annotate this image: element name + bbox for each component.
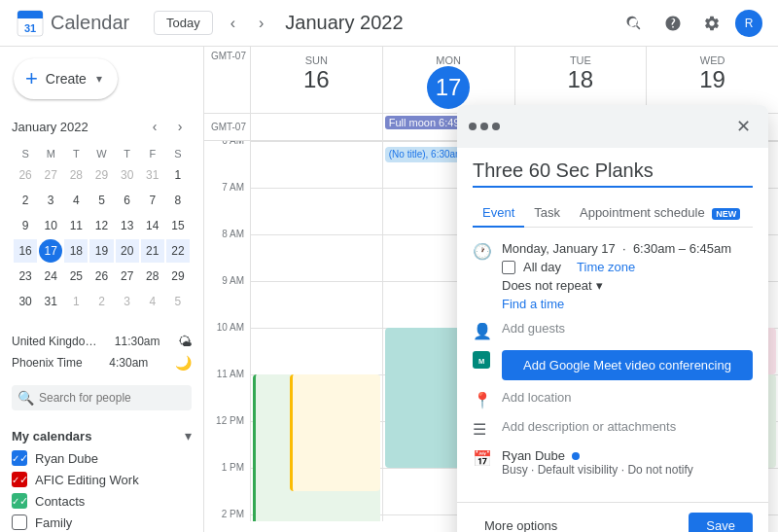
add-guests-placeholder[interactable]: Add guests	[502, 321, 753, 336]
cal-checkbox-1[interactable]: ✓	[12, 472, 27, 487]
mini-cal-day-1-6[interactable]: 8	[166, 189, 190, 212]
mini-cal-day-4-4[interactable]: 27	[116, 265, 139, 288]
cal-label-2: Contacts	[35, 494, 85, 509]
mini-cal-day-0-3[interactable]: 29	[89, 163, 113, 187]
mini-cal-day-1-2[interactable]: 4	[64, 189, 88, 212]
timezone-phoenix: Phoenix Time 4:30am 🌙	[12, 352, 192, 373]
popup-description-content: Add description or attachments	[502, 419, 753, 434]
mini-cal-grid: S M T W T F S 26272829303112345678910111…	[12, 144, 192, 315]
mini-cal-day-3-2[interactable]: 18	[64, 239, 88, 263]
help-button[interactable]	[657, 8, 689, 39]
mini-cal-day-5-6[interactable]: 5	[166, 290, 190, 313]
mini-cal-day-5-1[interactable]: 31	[39, 290, 62, 313]
mini-cal-next[interactable]: ›	[168, 115, 192, 138]
next-button[interactable]: ›	[253, 11, 269, 36]
mini-cal-day-0-0[interactable]: 26	[14, 163, 37, 187]
mini-cal-day-4-0[interactable]: 23	[14, 265, 37, 288]
event-title-input[interactable]	[473, 160, 753, 188]
mini-cal-day-0-6[interactable]: 1	[166, 163, 190, 187]
mini-cal-day-2-1[interactable]: 10	[39, 214, 62, 237]
repeat-chevron-icon: ▾	[596, 278, 603, 293]
my-calendars-header[interactable]: My calendars ▾	[0, 424, 203, 447]
day-header-t1: T	[64, 146, 88, 161]
popup-body: Event Task Appointment schedule NEW 🕐 Mo…	[457, 148, 768, 498]
mini-cal-day-5-4[interactable]: 3	[116, 290, 139, 313]
mini-cal-day-3-3[interactable]: 19	[89, 239, 113, 263]
cal-checkbox-2[interactable]: ✓	[12, 493, 27, 509]
mini-cal-day-2-3[interactable]: 12	[89, 214, 113, 237]
popup-datetime-content: Monday, January 17 · 6:30am – 6:45am All…	[502, 241, 753, 311]
timezone-uk: United Kingdo… 11:30am 🌤	[12, 331, 192, 352]
my-calendars-chevron-icon: ▾	[185, 428, 192, 443]
mini-cal-day-4-1[interactable]: 24	[39, 265, 62, 288]
cal-checkbox-3[interactable]	[12, 514, 27, 530]
mini-cal-day-4-5[interactable]: 28	[141, 265, 164, 288]
mini-cal-day-2-4[interactable]: 13	[116, 214, 139, 237]
mini-cal-day-2-6[interactable]: 15	[166, 214, 190, 237]
mini-cal-day-0-2[interactable]: 28	[64, 163, 88, 187]
mini-cal-day-0-1[interactable]: 27	[39, 163, 62, 187]
mini-cal-day-0-4[interactable]: 30	[116, 163, 139, 187]
mini-cal-day-3-1[interactable]: 17	[39, 239, 62, 263]
today-button[interactable]: Today	[154, 11, 213, 35]
calendar-item-2[interactable]: ✓Contacts	[0, 490, 203, 512]
popup-repeat-row[interactable]: Does not repeat ▾	[502, 278, 753, 293]
save-button[interactable]: Save	[689, 513, 753, 532]
timezone-link[interactable]: Time zone	[577, 260, 635, 274]
logo-area: 31 Calendar	[16, 9, 142, 38]
mini-cal-day-4-6[interactable]: 29	[166, 265, 190, 288]
mini-cal-day-2-0[interactable]: 9	[14, 214, 37, 237]
popup-tabs: Event Task Appointment schedule NEW	[473, 199, 753, 228]
main-calendar-area: GMT-07 SUN 16 MON 17 TUE 18 WED 19 GMT-0…	[204, 47, 778, 532]
allday-checkbox[interactable]	[502, 261, 515, 274]
tab-task[interactable]: Task	[524, 199, 570, 228]
mini-cal-day-5-0[interactable]: 30	[14, 290, 37, 313]
new-badge: NEW	[712, 208, 740, 220]
mini-cal-day-1-5[interactable]: 7	[141, 189, 164, 212]
mini-cal-day-1-0[interactable]: 2	[14, 189, 37, 212]
user-avatar[interactable]: R	[735, 10, 762, 37]
tab-appointment[interactable]: Appointment schedule NEW	[570, 199, 750, 228]
mini-cal-day-5-5[interactable]: 4	[141, 290, 164, 313]
popup-datetime-text[interactable]: Monday, January 17 · 6:30am – 6:45am	[502, 241, 753, 256]
search-people-input[interactable]	[12, 385, 192, 410]
find-time-link[interactable]: Find a time	[502, 297, 753, 311]
mini-cal-day-1-3[interactable]: 5	[89, 189, 113, 212]
mini-cal-day-0-5[interactable]: 31	[141, 163, 164, 187]
mini-cal-day-3-0[interactable]: 16	[14, 239, 37, 263]
add-description-placeholder[interactable]: Add description or attachments	[502, 419, 753, 434]
calendar-item-0[interactable]: ✓Ryan Dube	[0, 447, 203, 469]
mini-cal-day-3-4[interactable]: 20	[116, 239, 139, 263]
tab-event[interactable]: Event	[473, 199, 524, 228]
more-options-button[interactable]: More options	[473, 513, 569, 532]
cal-checkbox-0[interactable]: ✓	[12, 450, 27, 466]
mini-cal-day-1-4[interactable]: 6	[116, 189, 139, 212]
allday-label: All day	[523, 260, 561, 274]
prev-button[interactable]: ‹	[225, 11, 241, 36]
day-header-s1: S	[14, 146, 37, 161]
add-location-placeholder[interactable]: Add location	[502, 390, 753, 405]
mini-cal-day-5-2[interactable]: 1	[64, 290, 88, 313]
event-sun-2[interactable]	[290, 374, 379, 491]
meet-btn-label: Add Google Meet video conferencing	[523, 358, 731, 372]
calendar-item-1[interactable]: ✓AFIC Editing Work	[0, 469, 203, 490]
mini-cal-day-4-3[interactable]: 26	[89, 265, 113, 288]
mini-cal-prev[interactable]: ‹	[143, 115, 166, 138]
week-day-mon-name: MON	[383, 54, 514, 66]
mini-cal-day-4-2[interactable]: 25	[64, 265, 88, 288]
calendar-item-3[interactable]: Family	[0, 512, 203, 532]
time-col-sun[interactable]	[251, 141, 383, 521]
mini-cal-day-1-1[interactable]: 3	[39, 189, 62, 212]
mini-cal-day-3-5[interactable]: 21	[141, 239, 164, 263]
mini-cal-day-5-3[interactable]: 2	[89, 290, 113, 313]
week-day-wed-num: 19	[647, 66, 778, 94]
mini-cal-day-3-6[interactable]: 22	[166, 239, 190, 263]
add-meet-button[interactable]: Add Google Meet video conferencing	[502, 350, 753, 380]
mini-cal-day-2-2[interactable]: 11	[64, 214, 88, 237]
settings-button[interactable]	[696, 8, 727, 39]
popup-close-button[interactable]: ✕	[729, 113, 757, 140]
create-button[interactable]: + Create ▾	[14, 58, 118, 99]
tz-ph-icon: 🌙	[175, 355, 192, 371]
search-button[interactable]	[619, 8, 650, 39]
mini-cal-day-2-5[interactable]: 14	[141, 214, 164, 237]
